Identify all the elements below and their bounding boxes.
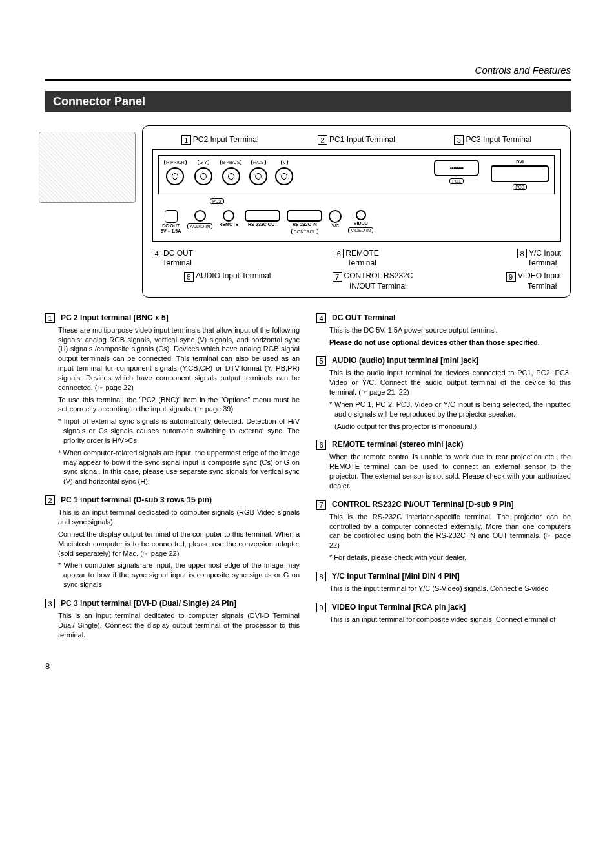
item-4-p1: This is the DC 5V, 1.5A power source out… [329, 326, 571, 335]
item-1-p2: To use this terminal, the "PC2 (BNC)" it… [58, 395, 300, 415]
item-2-p1: This is an input terminal dedicated to c… [58, 508, 300, 527]
callout-9a: VIDEO Input [518, 271, 561, 280]
callout-3: PC3 Input Terminal [466, 135, 531, 144]
bnc-label-h: H/CS [251, 160, 266, 165]
videoin-label: VIDEO IN [348, 227, 373, 233]
callout-num-3: 3 [454, 135, 464, 145]
video-label: VIDEO [354, 221, 368, 225]
projector-illustration [39, 132, 136, 203]
audio-jack [194, 210, 206, 222]
item-4-title: DC OUT Terminal [332, 313, 395, 322]
dcout-label2: 5V ⎓ 1.5A [161, 229, 181, 233]
callout-6b: Terminal [347, 258, 376, 267]
bnc-h [249, 167, 267, 185]
item-2-n1: * When computer signals are input, the u… [58, 561, 300, 590]
callout-8a: Y/C Input [529, 249, 561, 258]
description-columns: 1PC 2 Input terminal [BNC x 5] These are… [45, 313, 571, 649]
pc3-label: PC3 [513, 184, 527, 190]
bnc-label-b: B PB/CS [220, 160, 242, 165]
bnc-label-g: G Y [198, 160, 209, 165]
remote-label: REMOTE [219, 222, 238, 227]
callout-6a: REMOTE [345, 249, 378, 258]
item-8-p1: This is the input terminal for Y/C (S-Vi… [329, 584, 571, 594]
control-label: CONTROL [291, 229, 318, 234]
header-rule [45, 79, 571, 81]
audioin-label: AUDIO IN [187, 223, 212, 229]
callout-2: PC1 Input Terminal [329, 135, 395, 144]
callout-num-2: 2 [318, 135, 327, 145]
item-1-n1: * Input of external sync signals is auto… [58, 417, 300, 446]
bnc-v [275, 167, 293, 185]
bnc-b [222, 167, 240, 185]
item-1-title: PC 2 Input terminal [BNC x 5] [61, 313, 169, 322]
callout-5: AUDIO Input Terminal [196, 271, 271, 280]
page-number: 8 [45, 661, 571, 671]
pc1-port [434, 160, 479, 176]
connector-diagram: 1PC2 Input Terminal 2PC1 Input Terminal … [142, 125, 571, 298]
callout-7a: CONTROL RS232C [344, 271, 413, 280]
item-4-p2: Please do not use optional devices other… [329, 338, 571, 347]
item-3-title: PC 3 input terminal [DVI-D (Dual/ Single… [61, 599, 236, 608]
callout-num-1: 1 [181, 135, 191, 145]
bnc-g [194, 167, 212, 185]
pc3-dvi-port [491, 165, 549, 182]
header-section: Controls and Features [45, 65, 571, 76]
item-7-p1: This is the RS-232C interface-specific t… [329, 512, 571, 550]
item-1-n2: * When computer-related signals are inpu… [58, 448, 300, 486]
item-7-title: CONTROL RS232C IN/OUT Terminal [D-sub 9 … [332, 500, 514, 509]
pc1-label: PC1 [449, 178, 464, 184]
rs232-out-port [245, 210, 280, 222]
bnc-label-v: V [281, 160, 288, 165]
remote-jack [223, 210, 234, 222]
callout-7b: IN/OUT Terminal [349, 282, 407, 291]
callout-9b: Terminal [528, 282, 557, 291]
item-5-n2: (Audio output for this projector is mono… [329, 422, 571, 431]
callout-4b: Terminal [162, 258, 191, 267]
bnc-label-r: R PR/CR [164, 160, 187, 165]
callout-1: PC2 Input Terminal [193, 135, 259, 144]
callout-8b: Terminal [528, 258, 557, 267]
item-1-p1: These are multipurpose video input termi… [58, 326, 300, 393]
video-port [356, 210, 366, 220]
bnc-r [166, 167, 184, 185]
yc-label: Y/C [331, 223, 339, 228]
item-9-title: VIDEO Input Terminal [RCA pin jack] [332, 603, 466, 612]
item-6-p1: When the remote control is unable to wor… [329, 452, 571, 490]
item-5-p1: This is the audio input terminal for dev… [329, 368, 571, 397]
rs232-in-port [287, 210, 322, 222]
item-2-title: PC 1 input terminal (D-sub 3 rows 15 pin… [61, 495, 212, 504]
item-5-title: AUDIO (audio) input terminal [mini jack] [332, 356, 478, 365]
yc-port [329, 210, 342, 223]
dcout-label1: DC OUT [162, 223, 180, 228]
connector-panel-drawing: R PR/CR G Y B PB/CS H/CS V PC1 DVI PC3 P… [152, 149, 561, 242]
item-5-n1: * When PC 1, PC 2, PC3, Video or Y/C inp… [329, 400, 571, 419]
item-2-p2: Connect the display output terminal of t… [58, 530, 300, 559]
item-9-p1: This is an input terminal for composite … [329, 615, 571, 625]
dvi-label: DVI [516, 160, 524, 164]
item-3-p1: This is an input terminal dedicated to c… [58, 611, 300, 640]
item-7-n1: * For details, please check with your de… [329, 553, 571, 563]
dcout-port [165, 210, 178, 223]
item-8-title: Y/C Input Terminal [Mini DIN 4 PIN] [332, 572, 460, 581]
rsout-label: RS-232C OUT [248, 222, 278, 227]
rsin-label: RS-232C IN [293, 222, 317, 227]
pc2-label: PC2 [210, 198, 224, 204]
callout-4a: DC OUT [163, 249, 193, 258]
section-title: Connector Panel [45, 91, 571, 112]
item-6-title: REMOTE terminal (stereo mini jack) [332, 440, 463, 449]
